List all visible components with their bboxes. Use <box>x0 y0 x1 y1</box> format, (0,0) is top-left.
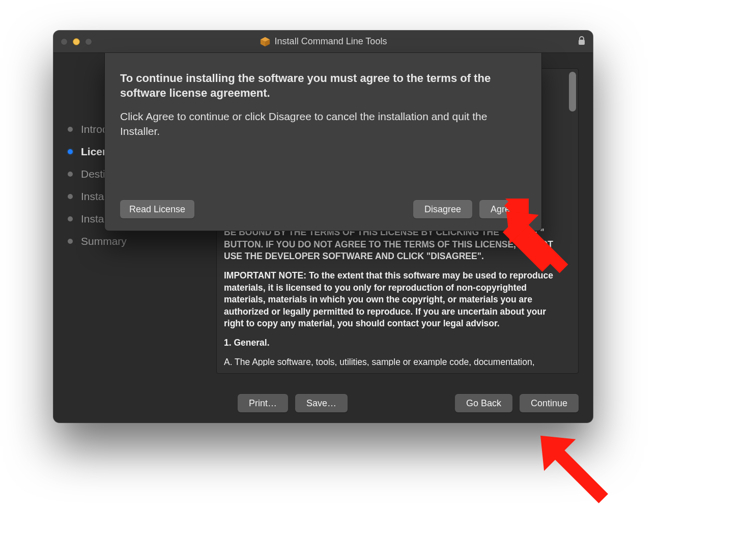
svg-rect-9 <box>552 447 608 503</box>
svg-marker-10 <box>525 420 576 471</box>
license-section-1a: A. The Apple software, tools, utilities,… <box>224 356 563 366</box>
window-title: Install Command Line Tools <box>275 36 387 47</box>
save-button[interactable]: Save… <box>295 394 348 412</box>
disagree-button[interactable]: Disagree <box>413 200 472 218</box>
sheet-body: Click Agree to continue or click Disagre… <box>120 109 526 138</box>
lock-icon[interactable] <box>578 36 586 47</box>
titlebar: Install Command Line Tools <box>53 31 593 53</box>
arrow-to-continue-icon <box>524 417 621 519</box>
traffic-lights <box>61 38 92 45</box>
svg-rect-3 <box>579 40 585 45</box>
agreement-sheet: To continue installing the software you … <box>104 53 542 231</box>
read-license-button[interactable]: Read License <box>120 200 194 218</box>
minimize-dot[interactable] <box>73 38 80 45</box>
footer: Print… Save… Go Back Continue <box>53 384 593 423</box>
content: Introduction License Destination Select … <box>53 53 593 423</box>
close-dot[interactable] <box>61 38 68 45</box>
package-icon <box>260 36 271 47</box>
license-section-1-head: 1. General. <box>224 337 563 349</box>
sheet-heading: To continue installing the software you … <box>120 71 526 100</box>
installer-window: Install Command Line Tools Introduction … <box>53 31 593 423</box>
scrollbar-thumb[interactable] <box>569 72 576 111</box>
svg-marker-1 <box>260 39 265 46</box>
agree-button[interactable]: Agree <box>479 200 526 218</box>
step-summary: Summary <box>68 230 205 253</box>
svg-marker-2 <box>265 39 270 46</box>
continue-button[interactable]: Continue <box>520 394 579 412</box>
zoom-dot[interactable] <box>85 38 92 45</box>
print-button[interactable]: Print… <box>238 394 288 412</box>
svg-marker-0 <box>260 37 269 41</box>
go-back-button[interactable]: Go Back <box>455 394 512 412</box>
license-para-1: BE BOUND BY THE TERMS OF THIS LICENSE BY… <box>224 227 563 263</box>
license-para-2: IMPORTANT NOTE: To the extent that this … <box>224 270 563 330</box>
